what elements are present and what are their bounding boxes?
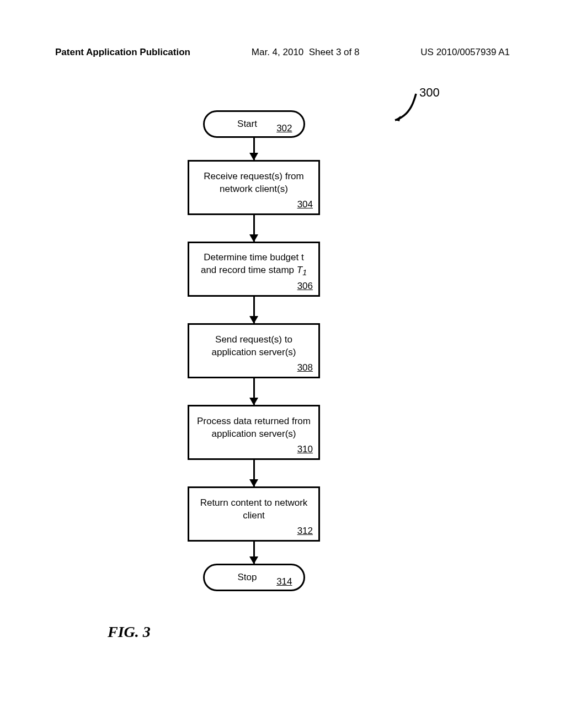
start-num: 302 — [276, 123, 292, 134]
arrow — [253, 542, 255, 564]
reference-lead-300 — [392, 92, 418, 122]
stop-terminator: Stop 314 — [203, 564, 305, 591]
reference-numeral-300: 300 — [419, 85, 440, 100]
page-header: Patent Application Publication Mar. 4, 2… — [55, 47, 510, 58]
process-310-text: Process data returned from application s… — [195, 415, 313, 441]
publication-label: Patent Application Publication — [55, 47, 190, 58]
start-terminator: Start 302 — [203, 110, 305, 138]
stop-num: 314 — [276, 576, 292, 587]
figure-label: FIG. 3 — [108, 623, 151, 641]
arrow — [253, 460, 255, 486]
process-306: Determine time budget t and record time … — [188, 242, 320, 297]
process-312: Return content to network client 312 — [188, 486, 320, 542]
arrow — [253, 378, 255, 405]
process-312-text: Return content to network client — [195, 497, 313, 522]
publication-number: US 2010/0057939 A1 — [420, 47, 510, 58]
publication-date: Mar. 4, 2010 Sheet 3 of 8 — [252, 47, 360, 58]
process-310-num: 310 — [297, 443, 313, 456]
flowchart: Start 302 Receive request(s) from networ… — [185, 110, 323, 591]
arrow — [253, 297, 255, 323]
process-306-num: 306 — [297, 280, 313, 293]
arrow — [253, 215, 255, 242]
process-308: Send request(s) to application server(s)… — [188, 323, 320, 378]
process-312-num: 312 — [297, 525, 313, 538]
arrow — [253, 138, 255, 160]
process-304-num: 304 — [297, 199, 313, 211]
process-308-text: Send request(s) to application server(s) — [195, 334, 313, 359]
process-304-text: Receive request(s) from network client(s… — [195, 170, 313, 196]
process-310: Process data returned from application s… — [188, 405, 320, 460]
start-label: Start — [237, 119, 257, 130]
process-308-num: 308 — [297, 362, 313, 374]
stop-label: Stop — [238, 572, 257, 583]
process-306-text: Determine time budget t and record time … — [195, 251, 313, 278]
process-304: Receive request(s) from network client(s… — [188, 160, 320, 215]
